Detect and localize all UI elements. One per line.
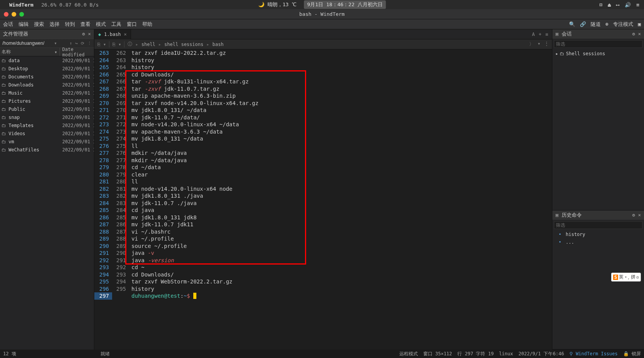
- terminal-line: 286285mv jdk1.8.0_131 jdk8: [94, 214, 552, 221]
- close-panel-icon[interactable]: ×: [88, 31, 91, 37]
- tray-icon[interactable]: ⊡: [600, 2, 603, 8]
- menu-window[interactable]: 窗口: [127, 21, 137, 28]
- col-date-header[interactable]: Date modified: [60, 48, 94, 56]
- statusbar: 12 项 就绪 远程模式 窗口 35×112 行 297 字符 19 linux…: [0, 350, 644, 358]
- file-manager-title: 文件管理器: [3, 31, 28, 37]
- menu-session[interactable]: 会话: [3, 21, 13, 28]
- close-window[interactable]: [4, 12, 9, 17]
- menu-icon[interactable]: ≡: [636, 2, 639, 8]
- paste-down-icon[interactable]: ▾: [118, 42, 121, 47]
- gear-icon[interactable]: ⚙: [82, 31, 85, 37]
- file-row[interactable]: vm2022/09/01 10: [0, 137, 94, 146]
- add-tab-icon[interactable]: +: [539, 32, 542, 37]
- fwd-icon[interactable]: ↪: [75, 41, 78, 46]
- copy-down-icon[interactable]: ▾: [103, 42, 106, 47]
- file-row[interactable]: Public2022/09/01 10: [0, 105, 94, 113]
- folder-icon: [2, 107, 7, 112]
- paste-icon[interactable]: ⎘: [112, 42, 115, 47]
- crumb-sep: ▸: [206, 42, 209, 47]
- nav-more-icon[interactable]: ⋮: [544, 41, 549, 48]
- file-row[interactable]: Desktop2022/09/01 10: [0, 64, 94, 73]
- menu-goto[interactable]: 转到: [65, 21, 75, 28]
- font-size-icon[interactable]: A: [532, 32, 535, 37]
- status-os: linux: [499, 351, 513, 356]
- nav-dropdown-icon[interactable]: ▾: [538, 41, 540, 48]
- ime-logo-icon: S: [613, 275, 618, 280]
- close-panel-icon[interactable]: ×: [638, 212, 641, 218]
- crumb-shell[interactable]: shell: [141, 42, 155, 47]
- copy-icon[interactable]: ⎘: [97, 42, 100, 47]
- eject-icon[interactable]: ⏏: [608, 2, 611, 8]
- status-remote[interactable]: 远程模式: [399, 351, 418, 357]
- minimize-window[interactable]: [12, 12, 16, 17]
- focus-label[interactable]: 专注模式: [613, 21, 633, 28]
- chevron-right-icon: ▸: [555, 51, 558, 56]
- ime-indicator[interactable]: S 英 •, 拼 ⚙: [611, 273, 641, 282]
- terminal-line: 266265cd Downloads/: [94, 71, 552, 78]
- file-row[interactable]: Pictures2022/09/01 10: [0, 97, 94, 105]
- menu-search[interactable]: 搜索: [34, 21, 44, 28]
- terminal-line: 270269tar zxvf node-v14.20.0-linux-x64.t…: [94, 100, 552, 107]
- terminal[interactable]: 263262tar zxvf ideaIU-2022.2.tar.gz26426…: [94, 49, 552, 350]
- terminal-toolbar: ⎘ ▾ ⎘ ▾ ⓘ ▸ shell ▸ shell sessions ▸ bas…: [94, 39, 552, 49]
- refresh-icon[interactable]: ⟳: [81, 41, 84, 46]
- crumb-bash[interactable]: bash: [212, 42, 223, 47]
- terminal-line: 263262tar zxvf ideaIU-2022.2.tar.gz: [94, 49, 552, 57]
- history-item[interactable]: history: [552, 231, 644, 238]
- expand-icon[interactable]: ⟷: [616, 2, 619, 8]
- tab-close-icon[interactable]: ×: [124, 32, 127, 37]
- path-dropdown-icon[interactable]: ▾: [54, 41, 57, 46]
- info-icon[interactable]: ⓘ: [128, 41, 132, 48]
- gear-icon[interactable]: ⚙: [632, 212, 635, 218]
- menu-select[interactable]: 选择: [49, 21, 60, 28]
- gear-icon[interactable]: ⚙: [632, 31, 635, 37]
- app-name: WindTerm: [9, 2, 34, 8]
- menu-edit[interactable]: 编辑: [19, 21, 29, 28]
- up-icon[interactable]: ↑: [70, 41, 72, 46]
- tab-bash[interactable]: ◆ 1.bash ×: [94, 29, 131, 39]
- file-row[interactable]: data2022/09/01 18: [0, 56, 94, 64]
- file-row[interactable]: Videos2022/09/01 11: [0, 129, 94, 137]
- file-row[interactable]: Documents2022/09/01 10: [0, 73, 94, 81]
- volume-icon[interactable]: 🔊: [625, 2, 631, 8]
- window-title: bash - WindTerm: [299, 11, 344, 17]
- terminal-line: 272271mv jdk-11.0.7 ~/data/: [94, 114, 552, 121]
- search-icon[interactable]: 🔍: [569, 21, 575, 27]
- terminal-line: 279278cd ~/data: [94, 164, 552, 171]
- nav-next-icon[interactable]: 〉: [529, 41, 534, 48]
- path-input[interactable]: [2, 41, 53, 46]
- file-row[interactable]: Downloads2022/09/01 15: [0, 81, 94, 89]
- tab-menu-icon[interactable]: ≡: [545, 32, 548, 37]
- crumb-sessions[interactable]: shell sessions: [164, 42, 203, 47]
- col-name-header[interactable]: 名称▾: [0, 48, 60, 56]
- close-panel-icon[interactable]: ×: [638, 31, 641, 37]
- terminal-line: 271270mv jdk1.8.0_131/ ~/data: [94, 107, 552, 114]
- history-item[interactable]: ...: [552, 238, 644, 246]
- menu-view[interactable]: 查看: [80, 21, 90, 28]
- menu-tools[interactable]: 工具: [111, 21, 121, 28]
- more-icon[interactable]: ⋮: [87, 41, 92, 46]
- lock-screen[interactable]: 🔒 锁屏: [623, 351, 641, 357]
- sessions-filter[interactable]: [554, 40, 642, 48]
- issues-link[interactable]: ⚲ WindTerm Issues: [569, 351, 618, 356]
- menu-help[interactable]: 帮助: [142, 21, 152, 28]
- system-stats: 26.6% 0.87 60.0 B/s: [41, 2, 99, 8]
- tunnel-icon[interactable]: 🔗: [580, 21, 586, 27]
- terminal-line: 264263histroy: [94, 57, 552, 64]
- file-row[interactable]: Templates2022/09/01 10: [0, 121, 94, 129]
- layout-icon[interactable]: ▣: [638, 21, 641, 27]
- terminal-line: 281280ll: [94, 178, 552, 185]
- menu-mode[interactable]: 模式: [96, 21, 106, 28]
- focus-icon[interactable]: ⊕: [605, 21, 608, 27]
- terminal-line: 285284cd java: [94, 207, 552, 214]
- status-pos: 行 297 字符 19: [457, 351, 494, 357]
- maximize-window[interactable]: [19, 12, 24, 17]
- datetime[interactable]: 9月1日 18：46：22 八月初六日: [304, 0, 386, 9]
- file-row[interactable]: snap2022/09/01 15: [0, 113, 94, 121]
- file-row[interactable]: Music2022/09/01 10: [0, 89, 94, 97]
- tunnel-label[interactable]: 隧道: [591, 21, 601, 28]
- file-row[interactable]: WeChatFiles2022/09/01 10: [0, 146, 94, 154]
- history-filter[interactable]: [554, 221, 642, 229]
- folder-icon: [2, 82, 7, 88]
- sessions-root[interactable]: ▸ 🗀 Shell sessions: [552, 49, 644, 58]
